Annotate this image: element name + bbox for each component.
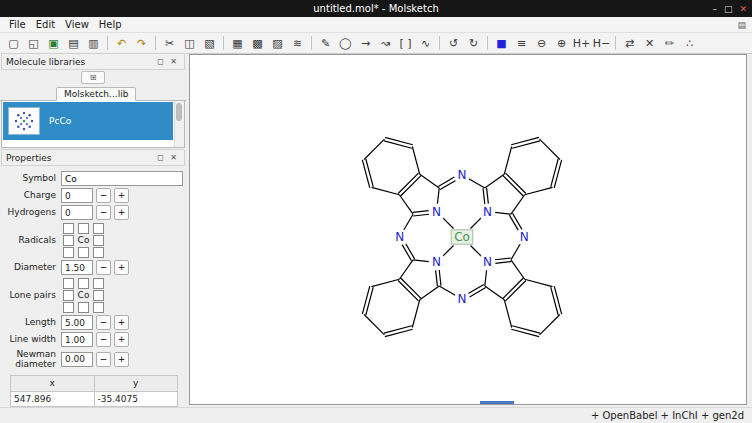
lone-pairs-checkbox[interactable] [93, 278, 104, 289]
bond[interactable] [540, 139, 560, 159]
minimize-button[interactable]: – [712, 4, 717, 14]
open-file-button[interactable]: ◱ [24, 34, 43, 52]
coordinate-cell[interactable]: -35.4075 [94, 391, 178, 406]
bond[interactable] [509, 215, 518, 231]
align-tool-button[interactable]: ≋ [288, 34, 307, 52]
save-button[interactable]: ▣ [44, 34, 63, 52]
bond[interactable] [366, 287, 373, 315]
length-value[interactable]: 5.00 [61, 315, 93, 330]
undo-button[interactable]: ↶ [112, 34, 131, 52]
hydrogens-value[interactable]: 0 [61, 205, 93, 220]
bond[interactable] [438, 177, 454, 186]
menu-help[interactable]: Help [94, 19, 127, 30]
export-image-button[interactable]: ▤ [64, 34, 83, 52]
bond[interactable] [413, 211, 429, 213]
copy-button[interactable]: ◫ [180, 34, 199, 52]
radicals-checkbox[interactable] [63, 247, 74, 258]
cut-button[interactable]: ✂ [160, 34, 179, 52]
library-float-button[interactable]: ◻ [154, 57, 167, 66]
pyrrole-nitrogen-label[interactable]: N [432, 255, 441, 269]
bond[interactable] [364, 315, 384, 335]
lone-pairs-checkbox[interactable] [78, 302, 89, 313]
hydrogens-increment-button[interactable]: + [114, 205, 129, 220]
newman-diameter-increment-button[interactable]: + [114, 352, 129, 367]
charge-minus-button[interactable]: ⊖ [532, 34, 551, 52]
radicals-checkbox[interactable] [93, 223, 104, 234]
bond[interactable] [362, 286, 369, 314]
pyrrole-nitrogen-label[interactable]: N [483, 255, 492, 269]
bond[interactable] [401, 176, 421, 196]
properties-close-button[interactable]: ✕ [167, 153, 180, 162]
bond[interactable] [512, 326, 540, 333]
open-library-button[interactable]: ▩ [248, 34, 267, 52]
bond[interactable] [540, 315, 560, 335]
remove-hydrogen-button[interactable]: H− [592, 34, 611, 52]
draw-tool-button[interactable]: ✎ [316, 34, 335, 52]
pencil-tool-button[interactable]: ✏ [660, 34, 679, 52]
bond[interactable] [440, 180, 456, 189]
bond[interactable] [506, 281, 526, 301]
bond[interactable] [413, 260, 429, 262]
lone-pairs-checkbox[interactable] [93, 302, 104, 313]
library-item[interactable]: PcCo [3, 102, 173, 140]
bond[interactable] [511, 137, 539, 144]
line-width-decrement-button[interactable]: − [96, 332, 111, 347]
charge-decrement-button[interactable]: − [96, 188, 111, 203]
pyrrole-nitrogen-label[interactable]: N [483, 205, 492, 219]
paste-button[interactable]: ▧ [200, 34, 219, 52]
bond[interactable] [469, 179, 485, 188]
bond[interactable] [511, 244, 520, 260]
print-button[interactable]: ▥ [84, 34, 103, 52]
meso-nitrogen-label[interactable]: N [458, 168, 467, 182]
lone-pairs-checkbox[interactable] [78, 278, 89, 289]
meso-nitrogen-label[interactable]: N [395, 230, 404, 244]
bond[interactable] [420, 174, 439, 188]
bond[interactable] [372, 187, 400, 194]
delete-tool-button[interactable]: ✕ [640, 34, 659, 52]
bond[interactable] [399, 260, 413, 279]
mechanism-arrow-tool-button[interactable]: ↝ [376, 34, 395, 52]
bond[interactable] [412, 147, 419, 175]
meso-nitrogen-label[interactable]: N [520, 230, 529, 244]
bracket-tool-button[interactable]: [ ] [396, 34, 415, 52]
bond[interactable] [506, 173, 526, 193]
length-decrement-button[interactable]: − [96, 315, 111, 330]
drawing-canvas[interactable]: NNNNNNNNCo [189, 54, 747, 405]
bond[interactable] [495, 258, 511, 260]
maximize-button[interactable]: □ [724, 4, 733, 14]
bond[interactable] [495, 262, 511, 264]
menu-edit[interactable]: Edit [31, 19, 60, 30]
bond[interactable] [402, 245, 411, 261]
bond[interactable] [405, 243, 414, 259]
bond[interactable] [513, 213, 522, 229]
bond[interactable] [436, 270, 438, 286]
diameter-decrement-button[interactable]: − [96, 260, 111, 275]
bond[interactable] [468, 284, 484, 293]
library-tab-molsketch-lib[interactable]: Molsketch...lib [56, 87, 136, 101]
bond[interactable] [442, 245, 453, 256]
radicals-checkbox[interactable] [63, 223, 74, 234]
radicals-checkbox[interactable] [78, 223, 89, 234]
canvas-hscroll-thumb[interactable] [480, 401, 514, 404]
titlebar[interactable]: untitled.mol* - Molsketch – □ ✕ [0, 0, 752, 17]
bond[interactable] [437, 188, 439, 204]
insert-image-button[interactable]: ▦ [228, 34, 247, 52]
bond[interactable] [412, 300, 419, 328]
bond[interactable] [398, 173, 418, 193]
radicals-checkbox[interactable] [63, 235, 74, 246]
bond[interactable] [439, 286, 455, 295]
bond[interactable] [439, 270, 441, 286]
bond[interactable] [485, 174, 504, 188]
bond[interactable] [413, 214, 429, 216]
menu-view[interactable]: View [60, 19, 94, 30]
hydrogens-decrement-button[interactable]: − [96, 205, 111, 220]
charge-increment-button[interactable]: + [114, 188, 129, 203]
bond[interactable] [551, 287, 558, 315]
pyrrole-nitrogen-label[interactable]: N [432, 205, 441, 219]
bond[interactable] [398, 281, 418, 301]
bond[interactable] [525, 279, 553, 286]
new-document-button[interactable]: ▢ [4, 34, 23, 52]
library-close-button[interactable]: ✕ [167, 57, 180, 66]
chain-tool-button[interactable]: ∿ [416, 34, 435, 52]
line-width-value[interactable]: 1.00 [61, 332, 93, 347]
